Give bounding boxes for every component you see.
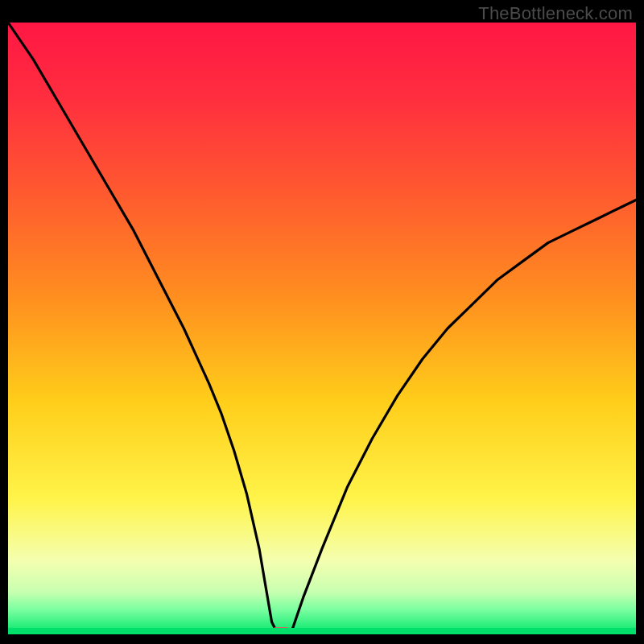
watermark-text: TheBottleneck.com [478,3,633,24]
bottom-green-strip [8,628,636,634]
bottleneck-chart [8,23,636,634]
gradient-background [8,23,636,634]
chart-frame [8,23,636,634]
